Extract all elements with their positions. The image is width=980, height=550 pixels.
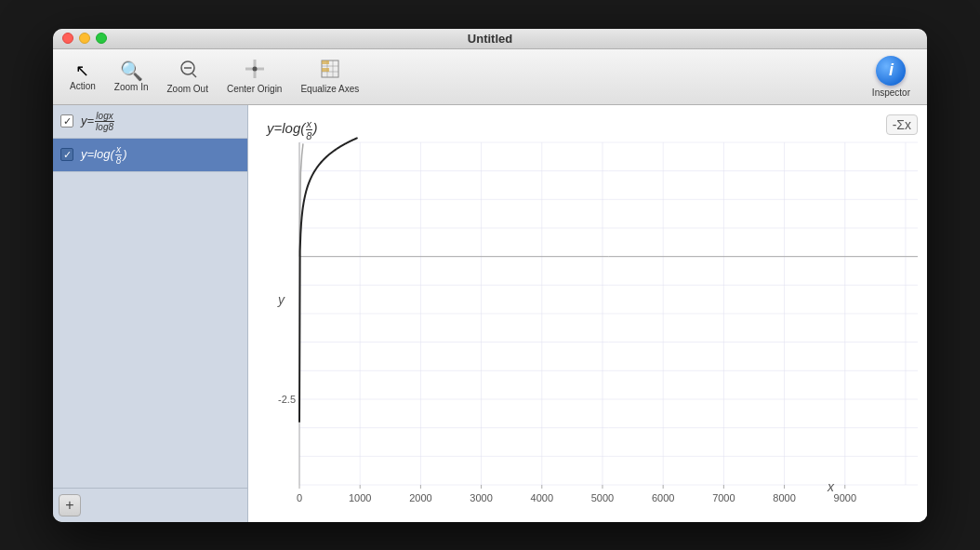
svg-line-2 xyxy=(192,74,196,77)
graph-canvas xyxy=(248,105,927,522)
center-origin-button[interactable]: Center Origin xyxy=(219,55,289,98)
y-axis-label: y xyxy=(278,292,285,307)
center-origin-icon xyxy=(245,59,265,82)
equalize-axes-icon xyxy=(320,59,340,82)
window-title: Untitled xyxy=(468,32,512,46)
inspector-label: Inspector xyxy=(872,87,910,98)
equalize-axes-label: Equalize Axes xyxy=(300,84,359,94)
eq-text-2: y=log(x8) xyxy=(81,144,127,166)
svg-rect-11 xyxy=(322,60,329,64)
graph-area: y=log(x8) -Σx y x xyxy=(248,105,927,522)
eq-checkbox-2[interactable]: ✓ xyxy=(60,148,73,161)
zoom-in-label: Zoom In xyxy=(114,82,149,92)
zoom-in-icon: 🔍 xyxy=(120,61,143,80)
equation-item-1[interactable]: ✓ y=logxlog8 xyxy=(53,105,247,139)
svg-rect-12 xyxy=(322,68,329,72)
equalize-axes-button[interactable]: Equalize Axes xyxy=(293,55,366,98)
title-bar: Untitled xyxy=(53,29,927,49)
sigma-button[interactable]: -Σx xyxy=(886,114,918,135)
zoom-out-label: Zoom Out xyxy=(166,84,207,94)
center-origin-label: Center Origin xyxy=(227,84,282,94)
maximize-button[interactable] xyxy=(96,33,107,44)
zoom-in-button[interactable]: 🔍 Zoom In xyxy=(107,58,156,96)
close-button[interactable] xyxy=(62,33,73,44)
main-content: ✓ y=logxlog8 ✓ y=log(x8) + y=log(x8) xyxy=(53,105,927,522)
eq-text-1: y=logxlog8 xyxy=(81,111,115,132)
action-icon: ↖ xyxy=(75,62,89,79)
zoom-out-icon xyxy=(178,59,198,82)
action-button[interactable]: ↖ Action xyxy=(62,59,103,95)
x-axis-label: x xyxy=(828,479,834,494)
zoom-out-button[interactable]: Zoom Out xyxy=(159,55,215,98)
equation-item-2[interactable]: ✓ y=log(x8) xyxy=(53,139,247,172)
eq-checkbox-1[interactable]: ✓ xyxy=(60,114,73,127)
svg-rect-5 xyxy=(245,68,264,71)
main-window: Untitled ↖ Action 🔍 Zoom In Zoom Out xyxy=(53,29,927,522)
sidebar: ✓ y=logxlog8 ✓ y=log(x8) + xyxy=(53,105,248,522)
traffic-lights xyxy=(62,33,107,44)
graph-equation-label: y=log(x8) xyxy=(267,118,317,141)
inspector-icon: i xyxy=(876,56,906,86)
inspector-button[interactable]: i Inspector xyxy=(865,52,918,101)
minimize-button[interactable] xyxy=(79,33,90,44)
action-label: Action xyxy=(70,81,96,91)
sidebar-bottom: + xyxy=(53,488,247,522)
toolbar: ↖ Action 🔍 Zoom In Zoom Out xyxy=(53,49,927,105)
add-equation-button[interactable]: + xyxy=(59,494,81,516)
